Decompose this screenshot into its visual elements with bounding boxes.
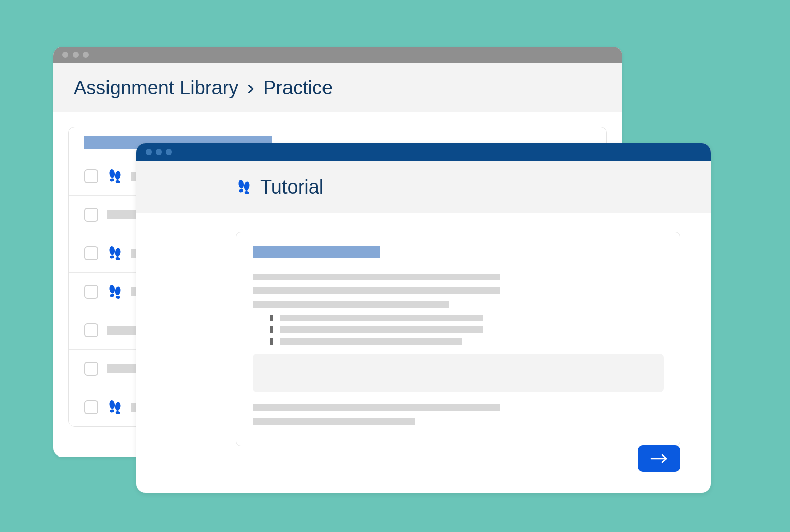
row-checkbox[interactable] [84,285,98,299]
text-line-placeholder [280,326,483,333]
tutorial-header: Tutorial [136,161,711,213]
bullet-marker-icon [270,315,273,321]
window-control-dot[interactable] [62,52,68,58]
text-line-placeholder [253,418,415,425]
window-control-dot[interactable] [83,52,89,58]
breadcrumb-root[interactable]: Assignment Library [74,77,238,99]
bullet-row [270,326,664,333]
answer-input-placeholder[interactable] [253,354,664,392]
bullet-marker-icon [270,338,273,345]
bullet-marker-icon [270,326,273,333]
row-checkbox[interactable] [84,208,98,222]
footprints-icon [107,169,122,184]
breadcrumb-current: Practice [263,77,333,99]
window-control-dot[interactable] [156,149,162,155]
tutorial-title: Tutorial [260,176,324,198]
text-line-placeholder [280,315,483,321]
footprints-icon [107,284,122,299]
content-title-placeholder [253,246,380,258]
text-line-placeholder [253,301,449,308]
bullet-row [270,315,664,321]
bullet-list [270,315,664,345]
footprints-icon [107,400,122,415]
text-line-placeholder [253,287,500,294]
tutorial-content-card [236,232,680,446]
next-button[interactable] [638,445,680,472]
row-checkbox[interactable] [84,169,98,183]
footprints-icon [237,179,251,195]
window-titlebar [53,47,622,63]
row-checkbox[interactable] [84,323,98,337]
row-checkbox[interactable] [84,400,98,414]
text-line-placeholder [253,274,500,280]
footprints-icon [107,246,122,261]
window-control-dot[interactable] [73,52,79,58]
breadcrumb: Assignment Library › Practice [53,63,622,112]
tutorial-window: Tutorial [136,143,711,493]
window-control-dot[interactable] [166,149,172,155]
breadcrumb-separator: › [247,77,254,99]
bullet-row [270,338,664,345]
window-control-dot[interactable] [146,149,152,155]
row-checkbox[interactable] [84,362,98,376]
text-line-placeholder [253,404,500,411]
row-checkbox[interactable] [84,246,98,260]
window-titlebar [136,143,711,161]
text-line-placeholder [280,338,462,345]
arrow-right-icon [649,453,669,464]
